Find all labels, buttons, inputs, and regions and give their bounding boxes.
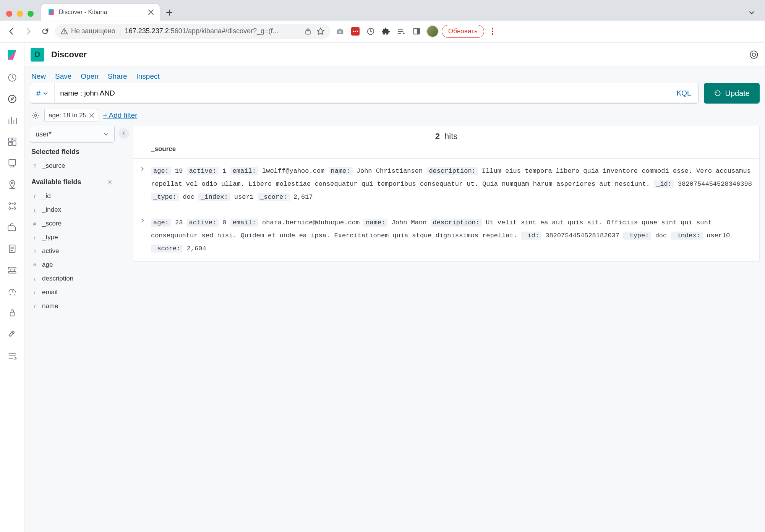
tab-strip: Discover - Kibana — [0, 0, 765, 21]
menu-save[interactable]: Save — [55, 72, 71, 81]
clock-extension-icon[interactable] — [366, 27, 375, 36]
hash-icon: # — [36, 89, 41, 98]
field-key: _id: — [521, 232, 541, 240]
field-name: _source — [42, 162, 65, 170]
sidenav-collapse-icon[interactable] — [0, 345, 24, 367]
share-icon[interactable] — [304, 28, 312, 35]
top-menu: New Save Open Share Inspect — [24, 67, 765, 83]
query-input[interactable] — [55, 89, 669, 97]
panel-extension-icon[interactable] — [412, 27, 421, 36]
svg-point-10 — [355, 31, 356, 32]
window-close-button[interactable] — [6, 11, 12, 17]
filter-settings-icon[interactable] — [31, 111, 40, 120]
field-type-icon — [31, 193, 38, 200]
sidenav-logs-icon[interactable] — [0, 238, 24, 260]
nav-back-button[interactable] — [5, 24, 18, 38]
svg-point-17 — [492, 33, 493, 34]
sidenav-visualize-icon[interactable] — [0, 110, 24, 131]
collapse-sidebar-button[interactable] — [118, 128, 129, 139]
field-item[interactable]: _id — [30, 189, 115, 203]
chevron-left-icon — [122, 131, 126, 136]
field-key: _score: — [258, 193, 289, 201]
discover-content: New Save Open Share Inspect # KQL — [24, 67, 765, 532]
camera-icon[interactable] — [335, 27, 345, 36]
nav-forward-button[interactable] — [21, 24, 35, 38]
kibana-logo-icon[interactable] — [0, 42, 24, 67]
sidenav-ml-icon[interactable] — [0, 195, 24, 217]
star-icon[interactable] — [316, 27, 325, 36]
field-key: _index: — [198, 193, 230, 201]
address-bar[interactable]: Не защищено 167.235.237.2:5601/app/kiban… — [55, 24, 330, 39]
source-column-header: _source — [133, 143, 759, 159]
browser-menu-button[interactable] — [487, 28, 498, 35]
field-item[interactable]: active — [30, 244, 115, 258]
doc-source: age: 23 active: 0 email: ohara.bernice@d… — [151, 216, 752, 255]
extension-icons — [333, 27, 423, 36]
window-maximize-button[interactable] — [28, 11, 34, 17]
field-item[interactable]: email — [30, 285, 115, 299]
kibana-favicon-icon — [47, 8, 55, 16]
svg-point-30 — [9, 208, 10, 209]
field-key: email: — [230, 219, 258, 227]
menu-open[interactable]: Open — [81, 72, 98, 81]
menu-new[interactable]: New — [31, 72, 46, 81]
playlist-extension-icon[interactable] — [397, 27, 406, 36]
sidenav-dashboard-icon[interactable] — [0, 131, 24, 152]
tabs-menu-button[interactable] — [745, 6, 758, 19]
index-pattern-select[interactable]: user* — [30, 126, 115, 143]
field-item[interactable]: name — [30, 299, 115, 313]
sidenav-discover-icon[interactable] — [0, 88, 24, 110]
site-security-button[interactable]: Не защищено — [60, 27, 115, 35]
new-tab-button[interactable] — [163, 6, 176, 19]
sidenav-infra-icon[interactable] — [0, 217, 24, 238]
field-type-icon — [31, 221, 38, 227]
expand-doc-button[interactable] — [140, 216, 147, 255]
sidenav-devtools-icon[interactable] — [0, 324, 24, 345]
field-key: _index: — [671, 232, 702, 240]
header-target-icon[interactable] — [749, 50, 759, 60]
browser-tab[interactable]: Discover - Kibana — [41, 4, 160, 21]
field-name: description — [42, 275, 73, 282]
sidenav-maps-icon[interactable] — [0, 174, 24, 195]
query-language-toggle[interactable]: # — [30, 83, 55, 103]
nav-reload-button[interactable] — [38, 24, 52, 38]
update-button[interactable]: Update — [704, 83, 760, 104]
field-key: email: — [230, 167, 258, 175]
sidenav-apm-icon[interactable] — [0, 260, 24, 281]
sidenav-recent-icon[interactable] — [0, 67, 24, 88]
expand-doc-button[interactable] — [140, 165, 147, 204]
menu-inspect[interactable]: Inspect — [136, 72, 160, 81]
svg-point-39 — [109, 182, 111, 183]
tab-close-icon[interactable] — [148, 10, 154, 15]
svg-point-6 — [339, 31, 341, 33]
menu-share[interactable]: Share — [108, 72, 127, 81]
fields-settings-icon[interactable] — [107, 179, 113, 185]
window-minimize-button[interactable] — [17, 11, 23, 17]
kql-button[interactable]: KQL — [669, 89, 698, 97]
query-bar: # KQL — [30, 83, 699, 104]
sidenav-uptime-icon[interactable] — [0, 281, 24, 302]
field-item[interactable]: _type — [30, 230, 115, 244]
filter-pill[interactable]: age: 18 to 25 — [44, 109, 98, 122]
field-item[interactable]: _source — [30, 159, 115, 173]
field-name: active — [42, 247, 59, 255]
add-filter-button[interactable]: + Add filter — [103, 111, 137, 120]
chrome-update-button[interactable]: Обновить — [442, 25, 484, 38]
field-item[interactable]: _score — [30, 217, 115, 230]
field-item[interactable]: _index — [30, 203, 115, 217]
extensions-puzzle-icon[interactable] — [381, 27, 391, 36]
profile-avatar[interactable] — [426, 25, 439, 37]
remove-filter-icon[interactable] — [89, 113, 94, 118]
field-name: _id — [42, 192, 51, 200]
kibana-sidenav — [0, 42, 24, 532]
hits-count: 2 hits — [133, 126, 759, 143]
sidenav-siem-icon[interactable] — [0, 302, 24, 324]
field-item[interactable]: age — [30, 258, 115, 272]
field-item[interactable]: description — [30, 272, 115, 285]
page-title: Discover — [51, 50, 87, 60]
refresh-arrow-icon — [714, 89, 721, 97]
lastpass-icon[interactable] — [351, 27, 360, 36]
sidenav-canvas-icon[interactable] — [0, 152, 24, 174]
svg-point-38 — [34, 114, 37, 117]
svg-point-28 — [9, 203, 10, 204]
